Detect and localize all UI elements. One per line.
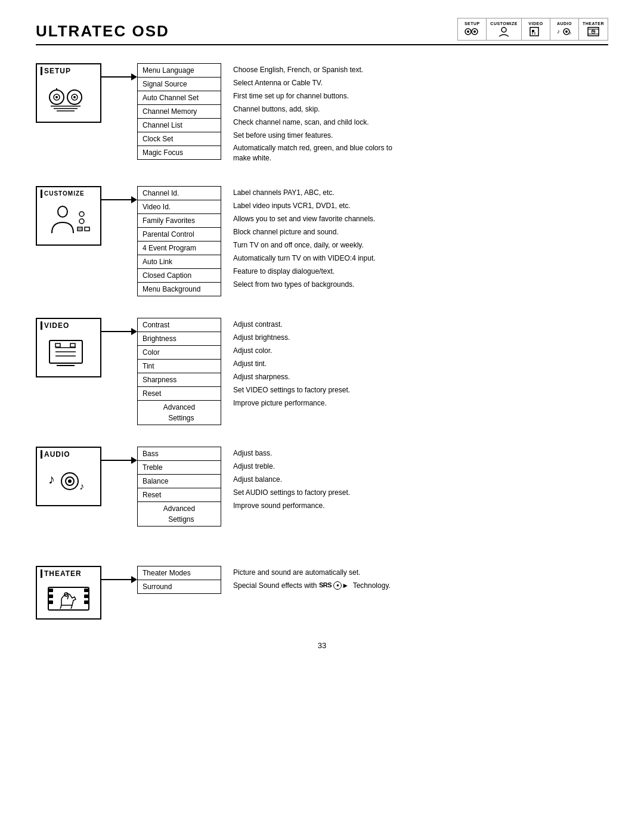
desc-item: Turn TV on and off once, daily, or weekl… (233, 239, 376, 252)
svg-rect-53 (84, 600, 89, 604)
table-row: Theater Modes (138, 566, 221, 580)
setup-label: SETUP (44, 67, 71, 75)
page-header: ULTRATEC OSD SETUP CUSTOMIZE (36, 18, 608, 45)
table-row: Magic Focus (138, 146, 221, 160)
table-row: Video Id. (138, 200, 221, 213)
svg-text:♪: ♪ (48, 472, 55, 487)
svg-rect-6 (532, 30, 534, 32)
svg-line-57 (71, 605, 72, 609)
table-row: Reset (138, 488, 221, 501)
pipe-icon (41, 569, 42, 578)
page-title: ULTRATEC OSD (36, 22, 169, 41)
pipe-icon (41, 450, 42, 459)
page-number: 33 (36, 641, 608, 650)
desc-item: Set before using timer features. (233, 129, 392, 142)
desc-item: Adjust bass. (233, 447, 350, 460)
table-row: Family Favorites (138, 213, 221, 227)
table-row: Clock Set (138, 132, 221, 146)
table-row: Menu Background (138, 282, 221, 296)
svg-rect-47 (48, 587, 89, 610)
customize-menu-table: Channel Id. Video Id. Family Favorites P… (137, 186, 221, 296)
customize-arrow (101, 186, 137, 205)
svg-point-3 (473, 30, 476, 33)
audio-icon-box: AUDIO ♪ ♪ (36, 447, 101, 506)
theater-icon-box: THEATER (36, 566, 101, 620)
desc-item: Select Antenna or Cable TV. (233, 76, 392, 89)
svg-rect-39 (70, 343, 75, 347)
setup-desc-list: Choose English, French, or Spanish text.… (233, 63, 392, 165)
video-arrow (101, 318, 137, 337)
svg-rect-32 (85, 227, 89, 231)
table-row: Auto Channel Set (138, 91, 221, 105)
table-row: Sharpness (138, 373, 221, 386)
desc-item: Automatically match red, green, and blue… (233, 142, 392, 165)
table-row: Closed Caption (138, 268, 221, 282)
svg-point-30 (79, 219, 84, 224)
table-row: Advanced Settigns (138, 501, 221, 526)
section-customize: CUSTOMIZE (36, 186, 608, 296)
svg-rect-52 (84, 594, 89, 598)
nav-customize[interactable]: CUSTOMIZE (487, 18, 522, 40)
customize-desc-list: Label channels PAY1, ABC, etc. Label vid… (233, 186, 376, 291)
nav-theater[interactable]: THEATER (579, 18, 608, 40)
audio-menu-table: Bass Treble Balance Reset Advanced Setti… (137, 447, 221, 527)
desc-item: Channel buttons, add, skip. (233, 103, 392, 116)
svg-line-56 (60, 605, 61, 609)
desc-item: Special Sound effects with SRS ●► Techno… (233, 579, 391, 592)
section-video: VIDEO (36, 318, 608, 425)
desc-item: Label channels PAY1, ABC, etc. (233, 186, 376, 199)
table-row: Bass (138, 447, 221, 460)
video-menu-table: Contrast Brightness Color Tint Sharpness… (137, 318, 221, 425)
svg-point-28 (58, 206, 67, 217)
desc-item: Adjust sharpness. (233, 370, 350, 383)
table-row: Surround (138, 580, 221, 593)
section-audio: AUDIO ♪ ♪ (36, 447, 608, 527)
theater-desc-list: Picture and sound are automatically set.… (233, 566, 391, 592)
srs-circle-icon: ● (333, 581, 342, 590)
theater-arrow (101, 566, 137, 585)
pipe-icon (41, 67, 42, 75)
audio-label: AUDIO (44, 450, 70, 459)
section-theater: THEATER (36, 566, 608, 620)
nav-video[interactable]: VIDEO (522, 18, 550, 40)
table-row: Advanced Settings (138, 400, 221, 425)
desc-item: Feature to display dialogue/text. (233, 265, 376, 278)
svg-point-20 (55, 96, 58, 98)
setup-menu-table: Menu Language Signal Source Auto Channel… (137, 63, 221, 160)
svg-point-4 (501, 27, 506, 32)
svg-rect-50 (48, 600, 53, 604)
svg-text:♪: ♪ (569, 30, 571, 36)
table-row: Parental Control (138, 227, 221, 241)
desc-item: Check channel name, scan, and child lock… (233, 116, 392, 129)
nav-setup[interactable]: SETUP (458, 18, 487, 40)
nav-bar: SETUP CUSTOMIZE (457, 18, 608, 41)
desc-item: Improve picture performance. (233, 397, 350, 410)
section-setup: SETUP (36, 63, 608, 165)
svg-text:♪: ♪ (79, 481, 84, 491)
desc-item: Picture and sound are automatically set. (233, 566, 391, 579)
svg-rect-38 (55, 343, 60, 347)
pipe-icon (41, 321, 42, 330)
table-row: Channel Id. (138, 186, 221, 200)
svg-rect-51 (84, 589, 89, 592)
table-row: Channel List (138, 119, 221, 132)
table-row: Signal Source (138, 78, 221, 91)
setup-icon-box: SETUP (36, 63, 101, 123)
table-row: Treble (138, 460, 221, 474)
desc-item: Adjust tint. (233, 357, 350, 370)
table-row: Menu Language (138, 64, 221, 78)
desc-item: Automatically turn TV on with VIDEO:4 in… (233, 252, 376, 265)
table-row: Balance (138, 474, 221, 488)
desc-item: Set AUDIO settings to factory preset. (233, 486, 350, 499)
theater-menu-table: Theater Modes Surround (137, 566, 221, 594)
nav-audio[interactable]: AUDIO ♪ ♪ (550, 18, 579, 40)
desc-item: Label video inputs VCR1, DVD1, etc. (233, 199, 376, 212)
customize-icon-box: CUSTOMIZE (36, 186, 101, 246)
table-row: Auto Link (138, 255, 221, 268)
svg-point-24 (73, 96, 76, 98)
customize-label: CUSTOMIZE (44, 190, 85, 197)
svg-text:♪: ♪ (557, 28, 560, 35)
svg-line-17 (592, 31, 595, 32)
video-desc-list: Adjust contrast. Adjust brightness. Adju… (233, 318, 350, 410)
desc-item: Allows you to set and view favorite chan… (233, 212, 376, 225)
